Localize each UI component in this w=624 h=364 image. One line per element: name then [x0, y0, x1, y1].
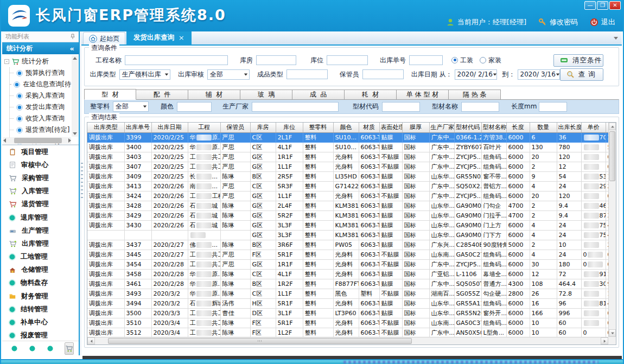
collapse-icon[interactable]: «	[70, 44, 74, 53]
table-row[interactable]: 调拨出库35102020/3/4工共工程陈琳F区5R1F整料光身料6063-T5…	[87, 318, 616, 328]
tab-overflow-icon[interactable]	[614, 37, 618, 40]
scroll-up-icon[interactable]	[73, 57, 77, 60]
sidebar-item-报废管理[interactable]: 报废管理	[2, 329, 79, 341]
radio-jiazhuang[interactable]: 家装	[480, 56, 501, 65]
sidebar-item-补单中心[interactable]: 补单中心	[2, 316, 79, 329]
sidebar-item-财务管理[interactable]: 财务管理	[2, 290, 79, 303]
material-tab[interactable]: 配 件	[136, 90, 188, 100]
horizontal-scrollbar[interactable]	[87, 337, 608, 344]
table-row[interactable]: 调拨出库35002020/3/3工共工程曹佳D区3L1F整料LT3P606063…	[87, 308, 616, 318]
tree-item[interactable]: 退货查询[待定]	[10, 124, 71, 136]
column-header[interactable]: 表面处理	[379, 123, 402, 132]
sidebar-item-入库管理[interactable]: 入库管理	[2, 185, 79, 198]
splitter-handle[interactable]	[81, 163, 83, 201]
column-header[interactable]: 单价	[581, 123, 606, 132]
column-header[interactable]: 材质	[359, 123, 379, 132]
date-from-select[interactable]: 2020/ 2/16	[455, 69, 497, 80]
scroll-up-button[interactable]	[609, 123, 616, 130]
scroll-right-button[interactable]	[601, 337, 608, 344]
table-row[interactable]: 调拨出库34612020/2/28华原...陈琳B区1R2F整料F8877FT6…	[87, 279, 616, 289]
product-type-input[interactable]	[286, 69, 328, 79]
table-row[interactable]: 调拨出库34002020/2/25华原...严思C区4L1F整料SU10...6…	[87, 142, 616, 152]
table-row[interactable]: 调拨出库34092020/2/25长...陈琳B区2R5F整料LI35HD606…	[87, 171, 616, 181]
table-row[interactable]: 调拨出库34302020/2/26石城陈琳G区3L3F整料KLM38176063…	[87, 220, 616, 230]
tree-item[interactable]: 发货出库查询	[10, 101, 71, 113]
sidebar-item-工地管理[interactable]: 工地管理	[2, 251, 79, 264]
sidebar-item-生产管理[interactable]: 生产管理	[2, 224, 79, 237]
horizontal-scroll-thumb[interactable]	[108, 338, 412, 344]
column-header[interactable]: 型材代码	[454, 123, 481, 132]
profile-name-input[interactable]	[461, 102, 499, 112]
table-row[interactable]: 调拨出库34032020/2/25工共工程严思G区1R1F整料光身料6063-T…	[87, 152, 616, 162]
column-header[interactable]: 整零料	[303, 123, 333, 132]
column-header[interactable]: 工程	[188, 123, 220, 132]
table-row[interactable]: 调拨出库34452020/2/27工共工程严思F区5R1F整料光身料6063-T…	[87, 250, 616, 259]
vertical-scroll-thumb[interactable]	[609, 131, 615, 181]
table-row[interactable]: G区3L3F整料KLM38176063-T5贴膜国标山东华...GA90M09.…	[87, 230, 616, 240]
dot-teal-icon[interactable]	[47, 345, 54, 352]
sidebar-item-物料盘存[interactable]: 物料盘存	[2, 277, 79, 290]
outbound-type-select[interactable]: 生产领料出库	[119, 69, 170, 80]
sidebar-item-出库管理[interactable]: 出库管理	[2, 237, 79, 250]
column-header[interactable]: 保管员	[220, 123, 250, 132]
scroll-down-icon[interactable]	[73, 132, 77, 135]
dot-teal-icon[interactable]	[11, 345, 18, 352]
radio-gongzhuang[interactable]: 工装	[451, 56, 473, 65]
column-header[interactable]: 长度	[506, 123, 530, 132]
sidebar-item-审核中心[interactable]: 审核中心	[2, 158, 79, 171]
tree-item[interactable]: 在途信息查询[待	[10, 79, 71, 90]
column-header[interactable]: 生产厂家	[429, 123, 454, 132]
color-input[interactable]	[177, 102, 212, 112]
cart-shortcut-button[interactable]	[65, 342, 74, 355]
keeper-input[interactable]	[362, 69, 404, 79]
table-row[interactable]: 调拨出库34372020/2/27佛...陈琳B区3R6F整料PW056063-…	[87, 240, 616, 250]
table-row[interactable]: 调拨出库34132020/2/26南...严思C区5R3F整料G71422606…	[87, 181, 616, 191]
order-no-input[interactable]	[409, 55, 443, 65]
tab-outbound-query[interactable]: 发货出库查询 ×	[126, 31, 192, 44]
sidebar-item-退库管理[interactable]: 退库管理	[2, 211, 79, 224]
tree-vertical-scrollbar[interactable]	[72, 55, 78, 137]
scroll-thumb[interactable]	[14, 138, 62, 143]
project-name-input[interactable]	[125, 55, 228, 65]
close-button[interactable]: ✕	[609, 1, 621, 10]
pin-icon[interactable]	[70, 34, 75, 40]
sidebar-item-仓储管理[interactable]: 仓储管理	[2, 264, 79, 277]
material-tab[interactable]: 成 品	[292, 90, 345, 100]
table-row[interactable]: 调拨出库34072020/2/25工共工程严思G区1L1F整料光身料6063-T…	[87, 162, 616, 171]
table-row[interactable]: 调拨出库34542020/2/28工共工程严思G区1R1F整料光身料6063-T…	[87, 259, 616, 269]
dot-teal-icon[interactable]	[29, 345, 36, 352]
sidebar-item-采购管理[interactable]: 采购管理	[2, 171, 79, 184]
column-header[interactable]: 膜厚	[402, 123, 429, 132]
length-input[interactable]	[539, 102, 567, 112]
table-row[interactable]: 调拨出库34292020/2/26石城陈琳G区5R2F整料KLM38176063…	[87, 210, 616, 220]
tree-expander-icon[interactable]: -	[4, 59, 9, 64]
table-row[interactable]: 调拨出库35122020/3/4工共工程陈琳F区1L2F整料光身料6063-T5…	[87, 328, 616, 337]
column-header[interactable]: 出库长度	[557, 123, 581, 132]
sidebar-item-退货管理[interactable]: 退货管理	[2, 198, 79, 211]
tab-home[interactable]: 起始页	[83, 32, 125, 44]
column-header[interactable]: 库房	[250, 123, 276, 132]
sidebar-item-项目管理[interactable]: 项目管理	[2, 145, 79, 158]
manufacturer-input[interactable]	[252, 102, 339, 112]
profile-code-input[interactable]	[382, 102, 420, 112]
column-header[interactable]: 颜色	[333, 123, 359, 132]
column-header[interactable]: 型材名称	[481, 123, 506, 132]
tree-root-statistics[interactable]: - 统计分析	[4, 56, 71, 67]
table-row[interactable]: 调拨出库34242020/2/26工工程严思G区1L1F整料光身料6063-T5…	[87, 191, 616, 201]
sidebar-item-结转管理[interactable]: 结转管理	[2, 303, 79, 316]
column-header[interactable]: 出库类型	[87, 123, 124, 132]
audit-select[interactable]: 全部	[207, 69, 250, 80]
material-tab[interactable]: 型 材	[84, 89, 136, 100]
material-tab[interactable]: 隔 热 条	[449, 90, 501, 100]
table-row[interactable]: 调拨出库34582020/2/28华原...陈琳C区4L1F整料光身料6063-…	[87, 269, 616, 279]
material-tab[interactable]: 单 体 型 材	[397, 90, 449, 100]
tree-item[interactable]: 采购入库查询	[10, 90, 71, 101]
sidebar-section-header[interactable]: 统计分析 «	[2, 42, 79, 54]
date-to-select[interactable]: 2020/ 3/16	[518, 69, 560, 80]
column-header[interactable]: 出库单号	[124, 123, 151, 132]
column-header[interactable]: 库位	[276, 123, 303, 132]
column-header[interactable]: 出库日期	[151, 123, 188, 132]
vertical-scrollbar[interactable]	[608, 123, 616, 337]
warehouse-input[interactable]	[256, 55, 296, 65]
location-input[interactable]	[327, 55, 368, 65]
